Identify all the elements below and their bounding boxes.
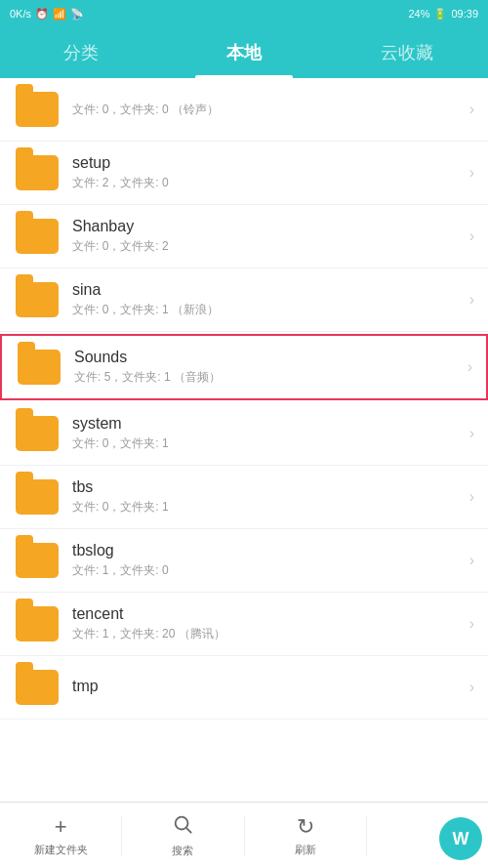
plus-icon: + <box>55 814 67 840</box>
list-item[interactable]: tbs 文件: 0，文件夹: 1 › <box>0 466 488 529</box>
folder-icon <box>14 90 61 129</box>
file-info: Shanbay 文件: 0，文件夹: 2 <box>61 218 464 255</box>
file-meta: 文件: 2，文件夹: 0 <box>72 175 464 191</box>
file-meta: 文件: 0，文件夹: 0 （铃声） <box>72 102 464 118</box>
list-item[interactable]: Shanbay 文件: 0，文件夹: 2 › <box>0 205 488 269</box>
file-info: tencent 文件: 1，文件夹: 20 （腾讯） <box>61 605 464 642</box>
list-item[interactable]: system 文件: 0，文件夹: 1 › <box>0 402 488 466</box>
list-item[interactable]: tencent 文件: 1，文件夹: 20 （腾讯） › <box>0 593 488 656</box>
speed-indicator: 0K/s <box>10 8 31 20</box>
battery-level: 24% <box>408 8 429 20</box>
chevron-right-icon: › <box>469 164 474 182</box>
file-meta: 文件: 1，文件夹: 0 <box>72 562 464 579</box>
file-name: sina <box>72 281 464 299</box>
folder-icon <box>14 217 61 256</box>
folder-icon <box>14 668 61 707</box>
status-left: 0K/s ⏰ 📶 📡 <box>10 8 84 21</box>
search-label: 搜索 <box>172 844 193 858</box>
file-meta: 文件: 5，文件夹: 1 （音频） <box>74 369 462 386</box>
logo-icon: W <box>453 829 469 849</box>
folder-icon <box>14 280 61 319</box>
chevron-right-icon: › <box>469 488 474 506</box>
chevron-right-icon: › <box>468 358 472 376</box>
file-name: tbs <box>72 478 464 496</box>
search-button[interactable]: 搜索 <box>122 803 243 868</box>
svg-point-0 <box>176 816 188 829</box>
tab-category-label: 分类 <box>63 41 99 64</box>
file-name: tencent <box>72 605 464 623</box>
status-bar: 0K/s ⏰ 📶 📡 24% 🔋 09:39 <box>0 0 488 27</box>
file-info: tbs 文件: 0，文件夹: 1 <box>61 478 464 516</box>
refresh-icon: ↻ <box>297 814 314 840</box>
time-display: 09:39 <box>451 8 478 20</box>
folder-icon <box>14 477 61 517</box>
tab-cloud-label: 云收藏 <box>381 41 433 64</box>
logo-area: W <box>367 803 488 868</box>
tab-category[interactable]: 分类 <box>0 27 163 78</box>
folder-icon <box>14 541 61 580</box>
battery-icon: 🔋 <box>433 8 447 21</box>
file-info: tbslog 文件: 1，文件夹: 0 <box>61 542 464 579</box>
file-name: tbslog <box>72 542 464 559</box>
file-info: setup 文件: 2，文件夹: 0 <box>61 154 464 191</box>
list-item[interactable]: tbslog 文件: 1，文件夹: 0 › <box>0 529 488 593</box>
tab-cloud[interactable]: 云收藏 <box>325 27 488 78</box>
folder-icon <box>14 604 61 643</box>
chevron-right-icon: › <box>469 227 474 245</box>
folder-icon <box>16 348 62 387</box>
file-info: tmp <box>61 678 464 698</box>
new-folder-button[interactable]: + 新建文件夹 <box>0 803 121 868</box>
chevron-right-icon: › <box>469 101 474 118</box>
file-info: system 文件: 0，文件夹: 1 <box>61 415 464 452</box>
folder-icon <box>14 153 61 192</box>
file-name: Sounds <box>74 349 462 366</box>
file-meta: 文件: 0，文件夹: 1 <box>72 499 464 516</box>
file-list: 文件: 0，文件夹: 0 （铃声） › setup 文件: 2，文件夹: 0 ›… <box>0 78 488 802</box>
tab-bar: 分类 本地 云收藏 <box>0 27 488 78</box>
wifi-icon: 📶 <box>53 8 66 21</box>
file-name: tmp <box>72 678 464 695</box>
list-item[interactable]: setup 文件: 2，文件夹: 0 › <box>0 142 488 205</box>
chevron-right-icon: › <box>469 425 474 442</box>
new-folder-label: 新建文件夹 <box>34 843 88 857</box>
svg-line-1 <box>187 828 192 833</box>
file-name: setup <box>72 154 464 172</box>
chevron-right-icon: › <box>469 291 474 309</box>
bottom-toolbar: + 新建文件夹 搜索 ↻ 刷新 W <box>0 802 488 868</box>
folder-icon <box>14 414 61 453</box>
file-info: sina 文件: 0，文件夹: 1 （新浪） <box>61 281 464 318</box>
file-name: Shanbay <box>72 218 464 235</box>
refresh-button[interactable]: ↻ 刷新 <box>245 803 366 868</box>
list-item-sounds[interactable]: Sounds 文件: 5，文件夹: 1 （音频） › <box>0 334 488 400</box>
file-meta: 文件: 0，文件夹: 1 <box>72 435 464 452</box>
chevron-right-icon: › <box>469 615 474 633</box>
list-item[interactable]: sina 文件: 0，文件夹: 1 （新浪） › <box>0 269 488 332</box>
clock-icon: ⏰ <box>35 8 49 21</box>
tab-local-label: 本地 <box>226 41 262 64</box>
file-info: 文件: 0，文件夹: 0 （铃声） <box>61 102 464 118</box>
file-name: system <box>72 415 464 433</box>
chevron-right-icon: › <box>469 679 474 696</box>
list-item[interactable]: 文件: 0，文件夹: 0 （铃声） › <box>0 78 488 142</box>
list-item[interactable]: tmp › <box>0 656 488 720</box>
tab-local[interactable]: 本地 <box>163 27 326 78</box>
file-info: Sounds 文件: 5，文件夹: 1 （音频） <box>62 349 462 386</box>
status-right: 24% 🔋 09:39 <box>408 8 478 21</box>
file-meta: 文件: 0，文件夹: 1 （新浪） <box>72 302 464 318</box>
chevron-right-icon: › <box>469 552 474 569</box>
search-icon <box>172 813 193 841</box>
refresh-label: 刷新 <box>295 843 316 857</box>
file-meta: 文件: 0，文件夹: 2 <box>72 238 464 255</box>
file-meta: 文件: 1，文件夹: 20 （腾讯） <box>72 626 464 642</box>
signal-icon: 📡 <box>70 8 84 21</box>
